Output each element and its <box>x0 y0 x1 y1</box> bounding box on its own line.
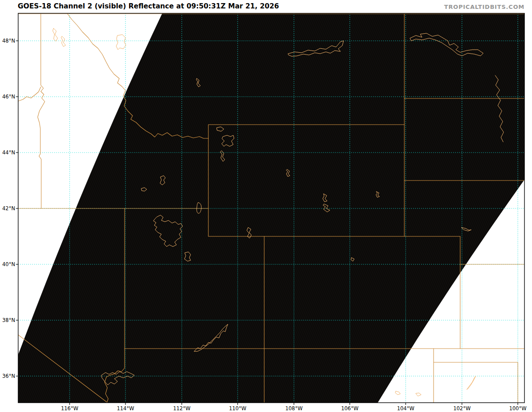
lon-tick-102w: 102°W <box>450 405 473 412</box>
lon-tick-100w: 100°W <box>506 405 529 412</box>
lat-tick-44n: 44°N <box>0 149 15 156</box>
lat-tick-46n: 46°N <box>0 94 15 100</box>
lat-tick-38n: 38°N <box>0 317 15 323</box>
lon-tick-112w: 112°W <box>170 405 193 412</box>
lat-tick-40n: 40°N <box>0 261 15 267</box>
lon-tick-104w: 104°W <box>394 405 417 412</box>
lat-tick-48n: 48°N <box>0 38 15 44</box>
satellite-map <box>0 0 532 412</box>
satellite-image-figure: GOES-18 Channel 2 (visible) Reflectance … <box>0 0 532 412</box>
lon-tick-114w: 114°W <box>114 405 137 412</box>
lat-tick-36n: 36°N <box>0 373 15 379</box>
lon-tick-108w: 108°W <box>282 405 305 412</box>
lat-tick-42n: 42°N <box>0 205 15 212</box>
lon-tick-116w: 116°W <box>58 405 81 412</box>
lon-tick-106w: 106°W <box>338 405 361 412</box>
lon-tick-110w: 110°W <box>226 405 249 412</box>
